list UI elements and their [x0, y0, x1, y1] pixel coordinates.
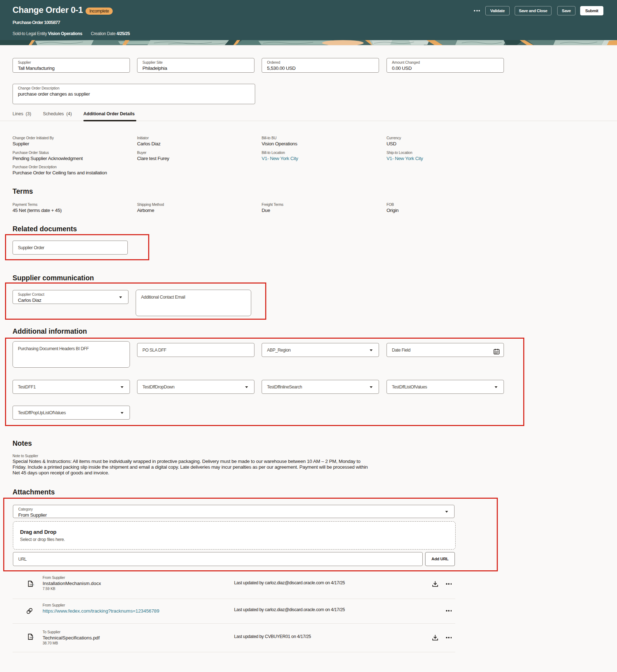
svg-text:PDF: PDF: [30, 637, 34, 639]
svg-text:DOC: DOC: [30, 584, 34, 586]
